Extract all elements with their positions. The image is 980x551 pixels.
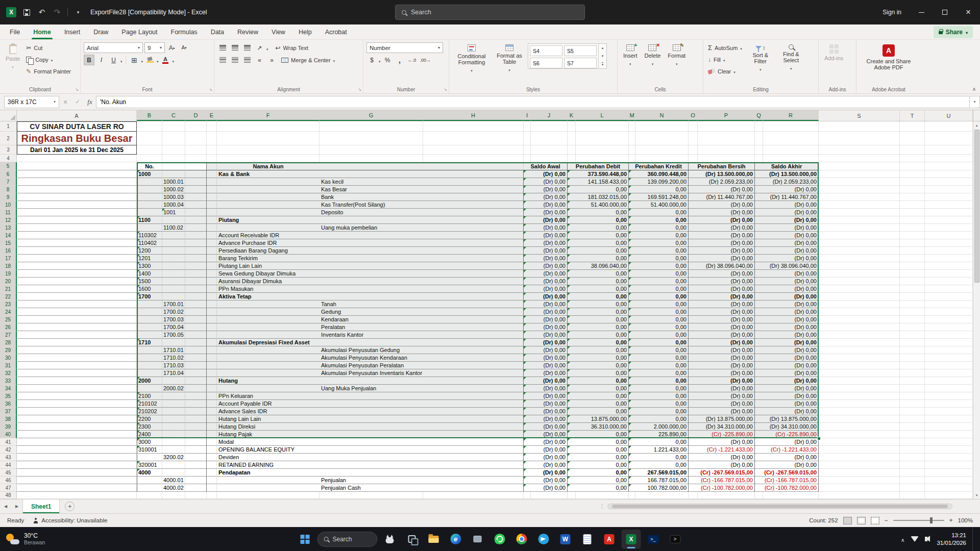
account-subcode-cell[interactable]: 1000.04 <box>162 201 185 209</box>
report-company-title[interactable]: CV SINAR DUTA LASER RO <box>17 121 137 132</box>
number-dialog-launcher-icon[interactable] <box>444 87 447 92</box>
cell[interactable] <box>925 385 973 392</box>
saldo-akhir-cell[interactable]: (Cr) -1.221.433,00 <box>755 446 819 454</box>
cell[interactable] <box>698 145 755 155</box>
percent-style-button[interactable] <box>382 55 393 65</box>
perubahan-debit-cell[interactable]: 0,00 <box>568 469 629 477</box>
cell[interactable] <box>819 232 900 239</box>
cell[interactable] <box>17 232 137 239</box>
cell[interactable] <box>900 461 925 469</box>
cell[interactable] <box>524 155 531 162</box>
perubahan-kredit-cell[interactable]: 0,00 <box>629 232 689 239</box>
perubahan-kredit-cell[interactable]: 0,00 <box>629 308 689 316</box>
account-name-cell[interactable]: Penjualan Cash <box>217 484 524 492</box>
cell[interactable] <box>17 362 137 369</box>
cell[interactable] <box>17 193 137 201</box>
cell[interactable] <box>17 461 137 469</box>
perubahan-bersih-cell[interactable]: (Dr) 0,00 <box>689 224 755 232</box>
cell[interactable] <box>185 331 207 339</box>
row-header-25[interactable]: 25 <box>0 316 17 323</box>
row-header-2[interactable]: 2 <box>0 132 17 145</box>
perubahan-debit-cell[interactable]: 0,00 <box>568 477 629 484</box>
gallery-scroll-up-icon[interactable] <box>599 44 606 52</box>
cell[interactable] <box>207 331 217 339</box>
cell[interactable] <box>207 293 217 300</box>
saldo-akhir-cell[interactable]: (Dr) 0,00 <box>755 408 819 415</box>
cell[interactable] <box>17 369 137 377</box>
saldo-akhir-cell[interactable]: (Dr) 0,00 <box>755 255 819 262</box>
cell[interactable] <box>207 316 217 323</box>
row-header-39[interactable]: 39 <box>0 423 17 431</box>
align-left-button[interactable] <box>217 55 228 65</box>
perubahan-bersih-cell[interactable]: (Dr) 0,00 <box>689 186 755 193</box>
account-code-cell[interactable]: 210202 <box>137 408 162 415</box>
bold-button[interactable] <box>84 55 94 65</box>
cell[interactable] <box>925 354 973 362</box>
row-header-7[interactable]: 7 <box>0 178 17 186</box>
cut-button[interactable]: Cut <box>24 42 72 53</box>
cell[interactable] <box>568 155 576 162</box>
cell[interactable] <box>900 323 925 331</box>
account-subcode-cell[interactable] <box>162 377 185 385</box>
account-code-cell[interactable] <box>137 209 162 216</box>
perubahan-bersih-cell[interactable]: (Cr) -267.569.015,00 <box>689 469 755 477</box>
account-name-cell[interactable]: Penjualan <box>217 477 524 484</box>
perubahan-debit-cell[interactable]: 0,00 <box>568 224 629 232</box>
cell[interactable] <box>207 201 217 209</box>
borders-dropdown-icon[interactable] <box>141 56 143 65</box>
perubahan-bersih-cell[interactable]: (Dr) 0,00 <box>689 339 755 346</box>
cell[interactable] <box>524 121 531 132</box>
cell[interactable] <box>925 239 973 247</box>
column-header-G[interactable]: G <box>320 110 423 121</box>
perubahan-kredit-cell[interactable]: 0,00 <box>629 408 689 415</box>
cell[interactable] <box>423 492 524 499</box>
find-select-button[interactable]: Find & Select <box>777 42 805 85</box>
cell[interactable] <box>925 193 973 201</box>
cell[interactable] <box>925 224 973 232</box>
cell[interactable] <box>17 400 137 408</box>
cell[interactable] <box>819 121 900 132</box>
perubahan-bersih-cell[interactable]: (Dr) 0,00 <box>689 293 755 300</box>
cell[interactable] <box>925 339 973 346</box>
perubahan-kredit-cell[interactable]: 0,00 <box>629 400 689 408</box>
account-subcode-cell[interactable] <box>162 216 185 224</box>
perubahan-kredit-cell[interactable]: 0,00 <box>629 216 689 224</box>
account-code-cell[interactable]: 110402 <box>137 239 162 247</box>
column-header-T[interactable]: T <box>900 110 925 121</box>
perubahan-bersih-cell[interactable]: (Dr) 0,00 <box>689 201 755 209</box>
cell[interactable] <box>17 201 137 209</box>
account-name-cell[interactable]: Uang muka pembelian <box>217 224 524 232</box>
cell[interactable] <box>819 423 900 431</box>
perubahan-kredit-cell[interactable]: 0,00 <box>629 278 689 285</box>
cell[interactable] <box>17 224 137 232</box>
cell[interactable] <box>819 446 900 454</box>
normal-view-button[interactable] <box>843 517 852 524</box>
perubahan-bersih-cell[interactable]: (Dr) 34.310.000,00 <box>689 423 755 431</box>
save-button[interactable] <box>19 5 34 19</box>
cell[interactable] <box>17 339 137 346</box>
cell[interactable] <box>207 239 217 247</box>
cell[interactable] <box>689 492 698 499</box>
fill-button[interactable]: Fill <box>706 54 744 65</box>
cell[interactable] <box>217 155 320 162</box>
account-subcode-cell[interactable]: 1710.02 <box>162 354 185 362</box>
account-code-cell[interactable]: 4000 <box>137 469 162 477</box>
cell[interactable] <box>819 255 900 262</box>
row-header-12[interactable]: 12 <box>0 216 17 224</box>
cell[interactable] <box>185 446 207 454</box>
tab-scrollbar-splitter[interactable] <box>599 503 604 510</box>
cell[interactable] <box>900 454 925 461</box>
cell[interactable] <box>207 224 217 232</box>
column-header-Q[interactable]: Q <box>755 110 763 121</box>
account-code-cell[interactable] <box>137 484 162 492</box>
account-code-cell[interactable] <box>137 224 162 232</box>
cell[interactable] <box>925 216 973 224</box>
account-code-cell[interactable]: 2400 <box>137 431 162 438</box>
account-subcode-cell[interactable]: 1710.01 <box>162 346 185 354</box>
saldo-akhir-cell[interactable]: (Cr) -267.569.015,00 <box>755 469 819 477</box>
cell[interactable] <box>17 385 137 392</box>
saldo-akhir-cell[interactable]: (Dr) 0,00 <box>755 293 819 300</box>
perubahan-kredit-cell[interactable]: 0,00 <box>629 369 689 377</box>
collapse-ribbon-icon[interactable] <box>972 86 976 92</box>
cell[interactable] <box>185 193 207 201</box>
